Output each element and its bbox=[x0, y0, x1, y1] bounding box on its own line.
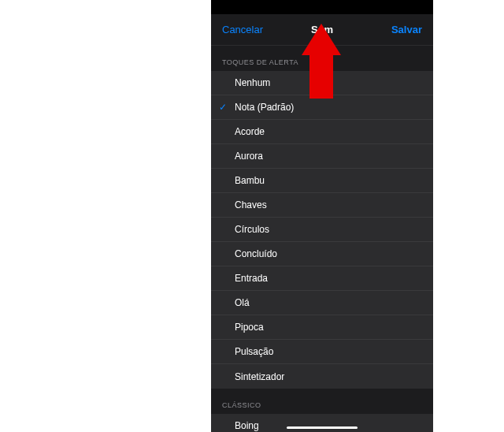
list-item[interactable]: Acorde bbox=[211, 120, 433, 144]
list-item[interactable]: Chaves bbox=[211, 193, 433, 218]
tone-label: Chaves bbox=[235, 199, 267, 210]
tone-label: Pipoca bbox=[235, 322, 264, 333]
cancel-button[interactable]: Cancelar bbox=[222, 24, 263, 35]
checkmark-icon: ✓ bbox=[219, 102, 227, 113]
tone-label: Concluído bbox=[235, 248, 277, 259]
list-item[interactable]: Sintetizador bbox=[211, 364, 433, 389]
list-item[interactable]: Pulsação bbox=[211, 340, 433, 364]
tone-label: Aurora bbox=[235, 151, 263, 162]
list-item[interactable]: Nenhum bbox=[211, 71, 433, 95]
alert-tones-list: Nenhum✓Nota (Padrão)AcordeAuroraBambuCha… bbox=[211, 71, 433, 389]
list-item[interactable]: Concluído bbox=[211, 242, 433, 266]
tone-label: Bambu bbox=[235, 175, 265, 186]
list-item[interactable]: ✓Nota (Padrão) bbox=[211, 95, 433, 120]
navigation-bar: Cancelar Som Salvar bbox=[211, 14, 433, 46]
list-item[interactable]: Entrada bbox=[211, 266, 433, 291]
tone-label: Boing bbox=[235, 420, 259, 431]
tone-label: Sintetizador bbox=[235, 371, 284, 382]
classic-tones-list: BoingHarpaSino bbox=[211, 414, 433, 432]
phone-frame: Cancelar Som Salvar TOQUES DE ALERTA Nen… bbox=[211, 0, 433, 432]
tone-label: Entrada bbox=[235, 273, 268, 284]
tone-label: Nota (Padrão) bbox=[235, 102, 294, 113]
tone-label: Pulsação bbox=[235, 346, 273, 357]
list-item[interactable]: Olá bbox=[211, 291, 433, 315]
status-bar bbox=[211, 0, 433, 14]
list-item[interactable]: Pipoca bbox=[211, 315, 433, 340]
section-header-alert: TOQUES DE ALERTA bbox=[211, 46, 433, 71]
list-item[interactable]: Aurora bbox=[211, 144, 433, 169]
home-indicator[interactable] bbox=[287, 426, 358, 429]
page-title: Som bbox=[311, 24, 333, 35]
tone-label: Círculos bbox=[235, 224, 269, 235]
list-item[interactable]: Círculos bbox=[211, 218, 433, 242]
tone-label: Acorde bbox=[235, 126, 265, 137]
section-header-classic: CLÁSSICO bbox=[211, 389, 433, 414]
list-item[interactable]: Boing bbox=[211, 414, 433, 432]
list-item[interactable]: Bambu bbox=[211, 169, 433, 193]
tone-label: Nenhum bbox=[235, 77, 270, 88]
tone-label: Olá bbox=[235, 297, 250, 308]
save-button[interactable]: Salvar bbox=[391, 24, 422, 35]
content-scroll[interactable]: TOQUES DE ALERTA Nenhum✓Nota (Padrão)Aco… bbox=[211, 46, 433, 432]
